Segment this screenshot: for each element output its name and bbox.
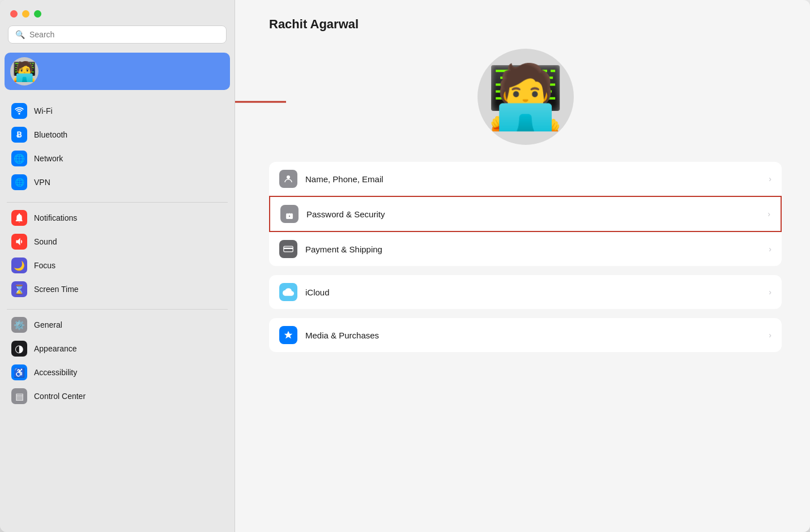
account-group: Name, Phone, Email › Password & Security [269, 162, 782, 266]
vpn-icon: 🌐 [11, 174, 27, 190]
sidebar-item-general-label: General [34, 320, 62, 329]
sidebar-divider-1 [7, 202, 228, 203]
maximize-button[interactable] [34, 10, 41, 18]
payment-shipping-group: Payment & Shipping › [269, 232, 782, 266]
sidebar-item-wifi-label: Wi-Fi [34, 106, 53, 115]
search-input[interactable] [29, 30, 219, 39]
sidebar-settings-section: ⚙️ General ◑ Appearance ♿ Accessibility … [0, 313, 235, 413]
search-bar: 🔍 [8, 25, 227, 44]
sidebar-item-controlcenter-label: Control Center [34, 392, 86, 401]
media-purchases-chevron: › [769, 331, 771, 340]
payment-shipping-chevron: › [769, 244, 771, 254]
name-phone-email-chevron: › [769, 174, 771, 183]
payment-shipping-label: Payment & Shipping [305, 244, 769, 254]
controlcenter-icon: ▤ [11, 388, 27, 404]
sidebar-item-network[interactable]: 🌐 Network [5, 147, 230, 170]
sidebar-item-notifications-label: Notifications [34, 213, 77, 222]
payment-shipping-icon [279, 240, 297, 258]
sidebar-item-sound-label: Sound [34, 237, 57, 246]
media-purchases-group: Media & Purchases › [269, 318, 782, 352]
sidebar-item-general[interactable]: ⚙️ General [5, 313, 230, 337]
sidebar: 🔍 🧑‍💻 Wi-Fi Ƀ Bluetooth [0, 0, 235, 532]
bluetooth-icon: Ƀ [11, 127, 27, 143]
icloud-row[interactable]: iCloud › [269, 275, 782, 309]
general-icon: ⚙️ [11, 317, 27, 333]
name-phone-email-group: Name, Phone, Email › [269, 162, 782, 196]
icloud-label: iCloud [305, 288, 769, 297]
payment-shipping-row[interactable]: Payment & Shipping › [269, 232, 782, 266]
main-content: Rachit Agarwal 🧑‍💻 Name, Phone, Email [235, 0, 810, 532]
sound-icon [11, 234, 27, 250]
page-title: Rachit Agarwal [269, 17, 782, 32]
sidebar-item-controlcenter[interactable]: ▤ Control Center [5, 384, 230, 408]
sidebar-item-focus-label: Focus [34, 261, 56, 270]
screentime-icon: ⌛ [11, 281, 27, 297]
sidebar-item-notifications[interactable]: Notifications [5, 206, 230, 230]
appearance-icon: ◑ [11, 341, 27, 357]
name-phone-email-label: Name, Phone, Email [305, 174, 769, 184]
media-purchases-icon [279, 326, 297, 344]
icloud-group: iCloud › [269, 275, 782, 309]
media-purchases-row[interactable]: Media & Purchases › [269, 318, 782, 352]
sidebar-network-section: Wi-Fi Ƀ Bluetooth 🌐 Network 🌐 VPN [0, 99, 235, 199]
minimize-button[interactable] [22, 10, 29, 18]
svg-point-4 [289, 216, 290, 217]
sidebar-item-appearance[interactable]: ◑ Appearance [5, 337, 230, 361]
sidebar-item-screentime-label: Screen Time [34, 285, 79, 294]
sidebar-system-section: Notifications Sound 🌙 Focus ⌛ Screen Tim… [0, 206, 235, 306]
titlebar [0, 0, 235, 25]
sidebar-item-bluetooth-label: Bluetooth [34, 130, 67, 139]
sidebar-item-network-label: Network [34, 154, 63, 163]
sidebar-item-appearance-label: Appearance [34, 344, 77, 353]
sidebar-item-vpn-label: VPN [34, 178, 50, 187]
sidebar-avatar: 🧑‍💻 [10, 57, 39, 85]
window: 🔍 🧑‍💻 Wi-Fi Ƀ Bluetooth [0, 0, 810, 532]
icloud-chevron: › [769, 288, 771, 297]
svg-rect-6 [284, 248, 293, 249]
sidebar-user-row[interactable]: 🧑‍💻 [5, 53, 230, 90]
name-phone-email-icon [279, 170, 297, 188]
avatar[interactable]: 🧑‍💻 [478, 49, 574, 145]
media-purchases-label: Media & Purchases [305, 331, 769, 340]
name-phone-email-row[interactable]: Name, Phone, Email › [269, 162, 782, 196]
sidebar-item-accessibility[interactable]: ♿ Accessibility [5, 361, 230, 384]
sidebar-divider-2 [7, 309, 228, 310]
close-button[interactable] [10, 10, 18, 18]
password-security-label: Password & Security [306, 209, 768, 219]
sidebar-item-sound[interactable]: Sound [5, 230, 230, 254]
search-icon: 🔍 [15, 30, 25, 39]
sidebar-item-screentime[interactable]: ⌛ Screen Time [5, 277, 230, 301]
svg-point-2 [287, 175, 290, 179]
accessibility-icon: ♿ [11, 364, 27, 380]
wifi-icon [11, 103, 27, 119]
notifications-icon [11, 210, 27, 226]
password-security-row[interactable]: Password & Security › [270, 197, 781, 231]
network-icon: 🌐 [11, 151, 27, 166]
password-security-chevron: › [768, 209, 770, 218]
sidebar-item-wifi[interactable]: Wi-Fi [5, 99, 230, 123]
focus-icon: 🌙 [11, 258, 27, 273]
sidebar-item-bluetooth[interactable]: Ƀ Bluetooth [5, 123, 230, 147]
icloud-icon [279, 283, 297, 301]
password-security-group: Password & Security › [269, 196, 782, 232]
sidebar-item-accessibility-label: Accessibility [34, 368, 77, 377]
password-security-icon [280, 205, 299, 223]
avatar-area: 🧑‍💻 [269, 49, 782, 145]
sidebar-item-vpn[interactable]: 🌐 VPN [5, 170, 230, 194]
sidebar-item-focus[interactable]: 🌙 Focus [5, 254, 230, 277]
